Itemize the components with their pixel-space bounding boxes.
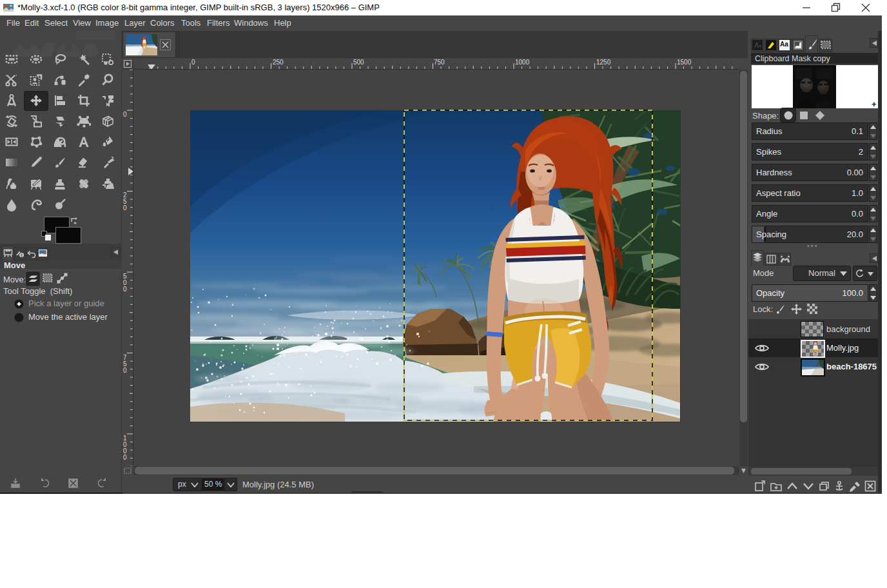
svg-text:i: i [21, 253, 23, 257]
